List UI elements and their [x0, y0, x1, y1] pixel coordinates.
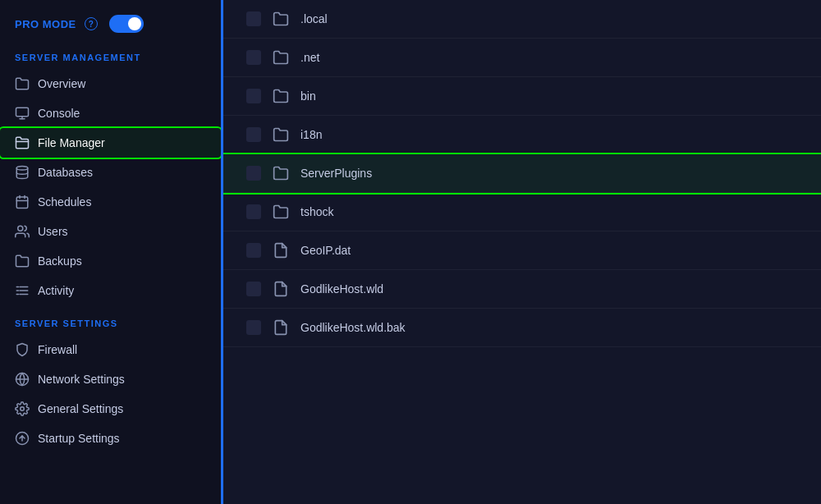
file-checkbox[interactable] [246, 204, 261, 219]
folder-open-icon [15, 135, 30, 150]
folder-icon [273, 165, 289, 181]
file-row-net[interactable]: .net [223, 39, 821, 77]
file-checkbox[interactable] [246, 50, 261, 65]
server-management-label: SERVER MANAGEMENT [0, 48, 221, 69]
file-row-i18n[interactable]: i18n [223, 116, 821, 154]
file-icon [273, 281, 289, 297]
console-icon [15, 106, 30, 121]
schedules-icon [15, 195, 30, 209]
file-row-bin[interactable]: bin [223, 77, 821, 116]
users-icon [15, 224, 30, 239]
sidebar-item-users-label: Users [38, 225, 68, 238]
file-row-tshock[interactable]: tshock [223, 193, 821, 231]
sidebar-item-schedules[interactable]: Schedules [0, 187, 221, 217]
folder-icon [273, 49, 289, 66]
sidebar-item-file-manager[interactable]: File Manager [0, 128, 221, 158]
pro-mode-help-icon[interactable]: ? [85, 17, 98, 30]
network-icon [15, 372, 30, 387]
file-checkbox[interactable] [246, 282, 261, 296]
sidebar-item-network-settings[interactable]: Network Settings [0, 364, 221, 394]
file-row-serverplugins[interactable]: ServerPlugins [223, 154, 821, 193]
folder-icon [15, 76, 30, 91]
shield-icon [15, 342, 30, 357]
svg-rect-0 [16, 108, 29, 117]
sidebar-item-startup-settings[interactable]: Startup Settings [0, 424, 221, 453]
file-name: .net [300, 51, 319, 64]
folder-icon [273, 126, 289, 143]
sidebar-item-general-settings-label: General Settings [38, 402, 123, 415]
file-checkbox[interactable] [246, 127, 261, 142]
file-row-godlikehost-wld[interactable]: GodlikeHost.wld [223, 270, 821, 309]
file-icon [273, 319, 289, 336]
sidebar-item-activity[interactable]: Activity [0, 276, 221, 305]
folder-icon [273, 88, 289, 104]
sidebar-item-console-label: Console [38, 107, 80, 120]
file-name: GodlikeHost.wld [300, 282, 383, 296]
sidebar-item-backups-label: Backups [38, 254, 82, 268]
sidebar-item-file-manager-label: File Manager [38, 136, 105, 149]
file-icon [273, 242, 289, 259]
svg-point-3 [16, 167, 28, 171]
main-content: .local .net bin [223, 0, 821, 504]
sidebar: PRO MODE ? SERVER MANAGEMENT Overview Co… [0, 0, 223, 504]
backups-icon [15, 254, 30, 268]
file-checkbox[interactable] [246, 166, 261, 181]
sidebar-item-firewall-label: Firewall [38, 343, 77, 356]
file-checkbox[interactable] [246, 89, 261, 103]
sidebar-item-overview[interactable]: Overview [0, 69, 221, 99]
sidebar-item-firewall[interactable]: Firewall [0, 335, 221, 364]
sidebar-item-databases-label: Databases [38, 166, 93, 179]
file-row-geoip[interactable]: GeoIP.dat [223, 231, 821, 270]
sidebar-item-network-settings-label: Network Settings [38, 373, 125, 386]
file-name: tshock [300, 205, 333, 218]
pro-mode-row: PRO MODE ? [0, 15, 221, 48]
sidebar-item-activity-label: Activity [38, 284, 74, 297]
sidebar-item-backups[interactable]: Backups [0, 246, 221, 276]
sidebar-item-users[interactable]: Users [0, 217, 221, 246]
sidebar-item-startup-settings-label: Startup Settings [38, 432, 120, 445]
file-name: GeoIP.dat [300, 244, 351, 257]
folder-icon [273, 204, 289, 220]
sidebar-item-overview-label: Overview [38, 77, 85, 90]
file-checkbox[interactable] [246, 320, 261, 335]
file-name: bin [300, 89, 316, 103]
folder-icon [273, 11, 289, 27]
pro-mode-toggle[interactable] [109, 15, 144, 33]
pro-mode-label: PRO MODE [15, 18, 76, 30]
sidebar-item-console[interactable]: Console [0, 99, 221, 128]
file-row-godlikehost-wld-bak[interactable]: GodlikeHost.wld.bak [223, 309, 821, 347]
file-name: GodlikeHost.wld.bak [300, 321, 406, 334]
file-checkbox[interactable] [246, 11, 261, 26]
activity-icon [15, 283, 30, 298]
gear-icon [15, 401, 30, 416]
startup-icon [15, 431, 30, 446]
sidebar-item-general-settings[interactable]: General Settings [0, 394, 221, 424]
file-row-local[interactable]: .local [223, 0, 821, 39]
file-list: .local .net bin [223, 0, 821, 347]
database-icon [15, 165, 30, 180]
file-name: ServerPlugins [300, 167, 372, 180]
server-settings-label: SERVER SETTINGS [0, 314, 221, 335]
svg-rect-4 [16, 197, 28, 208]
sidebar-item-databases[interactable]: Databases [0, 158, 221, 187]
file-name: .local [300, 12, 328, 25]
file-name: i18n [300, 128, 322, 141]
svg-point-8 [18, 226, 23, 231]
svg-point-17 [21, 407, 25, 411]
sidebar-item-schedules-label: Schedules [38, 195, 91, 208]
file-checkbox[interactable] [246, 243, 261, 258]
